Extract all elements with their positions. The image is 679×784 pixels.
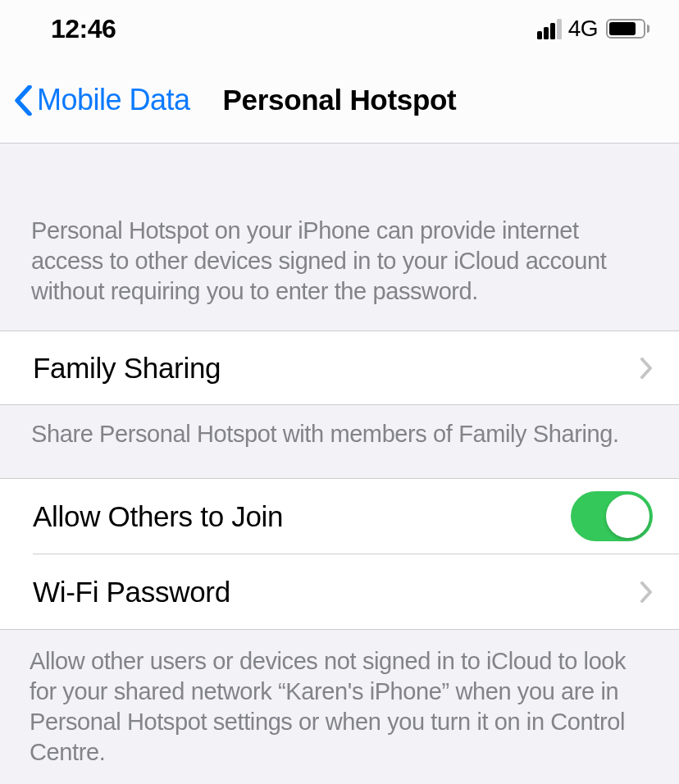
network-type: 4G bbox=[568, 16, 598, 42]
back-button[interactable]: Mobile Data bbox=[0, 83, 190, 117]
status-time: 12:46 bbox=[51, 14, 116, 44]
family-sharing-footer: Share Personal Hotspot with members of F… bbox=[0, 405, 679, 449]
wifi-password-row[interactable]: Wi-Fi Password bbox=[0, 554, 679, 629]
family-sharing-row[interactable]: Family Sharing bbox=[0, 330, 679, 405]
intro-description: Personal Hotspot on your iPhone can prov… bbox=[0, 144, 679, 330]
allow-others-toggle[interactable] bbox=[571, 491, 653, 541]
cellular-signal-icon bbox=[537, 19, 562, 39]
allow-others-label: Allow Others to Join bbox=[33, 500, 283, 533]
chevron-right-icon bbox=[640, 358, 653, 379]
family-sharing-label: Family Sharing bbox=[33, 352, 221, 385]
battery-icon bbox=[606, 19, 649, 39]
page-title: Personal Hotspot bbox=[223, 84, 457, 116]
navigation-bar: Mobile Data Personal Hotspot bbox=[0, 57, 679, 144]
status-bar: 12:46 4G bbox=[0, 0, 679, 57]
footer-description: Allow other users or devices not signed … bbox=[0, 630, 679, 784]
chevron-left-icon bbox=[14, 85, 32, 116]
wifi-password-label: Wi-Fi Password bbox=[33, 576, 230, 609]
toggle-knob bbox=[606, 495, 649, 538]
chevron-right-icon bbox=[640, 581, 653, 603]
allow-join-group: Allow Others to Join Wi-Fi Password bbox=[0, 478, 679, 630]
allow-others-row[interactable]: Allow Others to Join bbox=[0, 479, 679, 554]
status-right: 4G bbox=[537, 16, 649, 42]
back-label: Mobile Data bbox=[37, 83, 190, 117]
